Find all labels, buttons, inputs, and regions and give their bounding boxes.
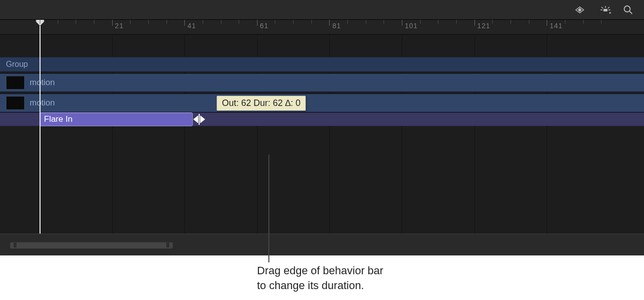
clip-track-1[interactable]: motion: [0, 73, 644, 92]
behavior-label: Flare In: [44, 114, 73, 124]
clip-label: motion: [30, 78, 55, 88]
svg-point-7: [624, 6, 630, 12]
ruler-tick-label: 61: [257, 22, 269, 30]
timeline-canvas[interactable]: 21416181101121141 Group motion motion: [0, 20, 644, 234]
clip-thumbnail: [6, 76, 25, 90]
ruler-tick-label: 81: [329, 22, 341, 30]
ruler-tick-label: 21: [112, 22, 124, 30]
trim-handle-icon[interactable]: [193, 114, 205, 125]
svg-rect-0: [603, 9, 607, 11]
keyframe-icon[interactable]: [572, 6, 588, 14]
effects-icon[interactable]: [599, 5, 612, 15]
search-icon[interactable]: [623, 5, 633, 15]
time-ruler[interactable]: 21416181101121141: [0, 20, 644, 35]
callout-line: [268, 154, 269, 262]
ruler-tick-label: 41: [184, 22, 196, 30]
zoom-slider[interactable]: [10, 242, 173, 249]
clip-thumbnail: [6, 96, 25, 110]
group-label: Group: [6, 60, 28, 69]
svg-line-8: [630, 11, 632, 14]
caption-text: Drag edge of behavior bar to change its …: [257, 263, 455, 293]
svg-line-3: [608, 7, 609, 8]
behavior-bar[interactable]: Flare In Out: 62 Dur: 62 ∆: 0: [40, 112, 193, 126]
svg-line-2: [601, 7, 603, 8]
svg-marker-6: [609, 12, 611, 14]
behavior-track[interactable]: Flare In Out: 62 Dur: 62 ∆: 0: [0, 112, 644, 126]
ruler-tick-label: 121: [474, 22, 490, 30]
group-track[interactable]: Group: [0, 57, 644, 72]
playhead[interactable]: [40, 20, 41, 234]
ruler-tick-label: 101: [402, 22, 418, 30]
ruler-tick-label: 141: [547, 22, 562, 30]
clip-label: motion: [30, 98, 55, 108]
timeline-toolbar: [0, 0, 644, 20]
clip-track-2[interactable]: motion: [0, 94, 644, 112]
timeline-footer: [0, 234, 644, 255]
